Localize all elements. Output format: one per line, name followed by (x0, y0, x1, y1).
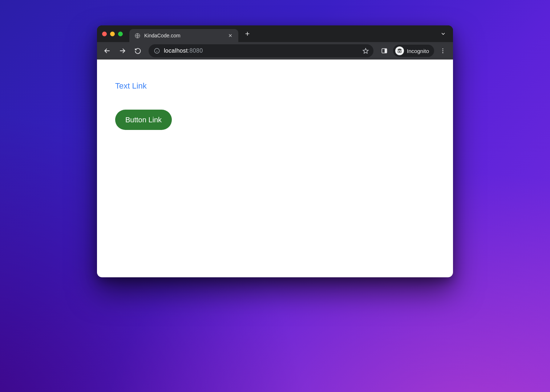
window-zoom-dot[interactable] (118, 32, 123, 36)
tab-strip: KindaCode.com (97, 25, 453, 42)
browser-window: KindaCode.com (97, 25, 453, 277)
back-button[interactable] (101, 44, 114, 57)
chevron-down-icon[interactable] (438, 28, 449, 39)
new-tab-button[interactable] (242, 28, 253, 39)
reload-button[interactable] (131, 44, 144, 57)
address-bar[interactable]: localhost:8080 (149, 44, 373, 57)
side-panel-icon[interactable] (378, 44, 391, 57)
menu-button[interactable] (436, 44, 449, 57)
url-host: localhost (164, 48, 188, 54)
window-controls (102, 32, 123, 36)
globe-icon (134, 33, 141, 39)
window-close-dot[interactable] (102, 32, 107, 36)
url-text: localhost:8080 (164, 48, 357, 54)
text-link[interactable]: Text Link (115, 81, 147, 91)
page-viewport: Text Link Button Link (97, 60, 453, 277)
url-port: :8080 (188, 48, 203, 54)
site-info-icon[interactable] (154, 48, 160, 54)
svg-point-10 (442, 52, 444, 53)
incognito-indicator[interactable]: Incognito (393, 45, 434, 57)
svg-point-6 (398, 51, 400, 53)
svg-point-9 (442, 50, 444, 52)
incognito-icon (395, 46, 404, 55)
window-minimize-dot[interactable] (110, 32, 115, 36)
bookmark-star-icon[interactable] (361, 46, 371, 56)
browser-toolbar: localhost:8080 (97, 42, 453, 60)
button-link[interactable]: Button Link (115, 110, 172, 130)
svg-point-7 (400, 51, 401, 53)
incognito-label: Incognito (407, 48, 429, 54)
forward-button[interactable] (116, 44, 129, 57)
tab-title: KindaCode.com (144, 33, 223, 38)
close-icon[interactable] (227, 32, 234, 39)
browser-tab[interactable]: KindaCode.com (129, 29, 238, 42)
svg-point-8 (442, 48, 444, 49)
svg-rect-5 (385, 49, 387, 53)
